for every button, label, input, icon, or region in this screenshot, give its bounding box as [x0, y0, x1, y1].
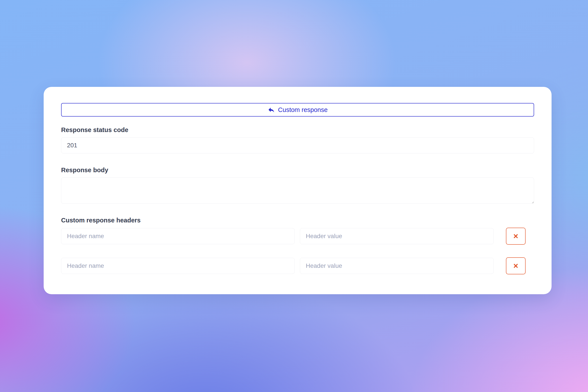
custom-response-panel: Custom response Response status code Res… [44, 87, 552, 294]
custom-response-button-label: Custom response [278, 106, 328, 114]
page-background: Custom response Response status code Res… [0, 0, 588, 392]
remove-header-button[interactable] [506, 228, 526, 245]
header-value-input[interactable] [300, 258, 494, 274]
reply-icon [268, 106, 275, 114]
header-value-input[interactable] [300, 228, 494, 244]
remove-header-button[interactable] [506, 257, 526, 274]
header-name-input[interactable] [61, 258, 295, 274]
header-name-input[interactable] [61, 228, 295, 244]
status-code-input[interactable] [61, 137, 534, 154]
custom-headers-label: Custom response headers [61, 216, 534, 224]
close-icon [512, 262, 519, 269]
response-body-label: Response body [61, 166, 534, 174]
status-code-label: Response status code [61, 126, 534, 134]
header-row [61, 257, 534, 274]
header-row [61, 228, 534, 245]
custom-response-button[interactable]: Custom response [61, 103, 534, 116]
close-icon [512, 233, 519, 240]
response-body-textarea[interactable] [61, 178, 534, 204]
